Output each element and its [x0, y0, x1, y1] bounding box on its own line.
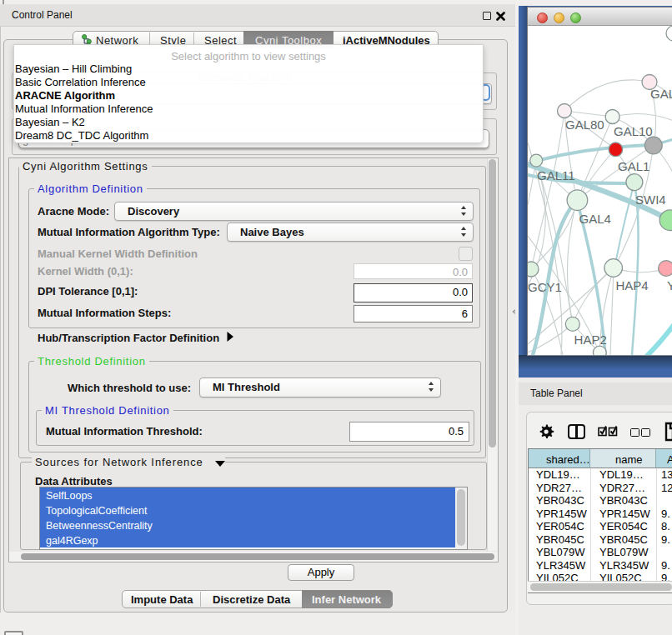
svg-text:GAL2: GAL2 [650, 87, 672, 101]
svg-text:GAL80: GAL80 [565, 118, 604, 132]
svg-text:HAP4: HAP4 [615, 278, 648, 292]
svg-text:GAL11: GAL11 [537, 168, 575, 182]
svg-text:YD: YD [667, 278, 672, 292]
svg-text:GAL1: GAL1 [618, 159, 649, 173]
svg-text:SWI4: SWI4 [635, 192, 666, 207]
svg-text:HAP2: HAP2 [574, 332, 607, 347]
svg-text:GAL10: GAL10 [614, 124, 653, 138]
svg-text:GAL4: GAL4 [579, 212, 611, 226]
svg-text:GCY1: GCY1 [528, 280, 562, 294]
